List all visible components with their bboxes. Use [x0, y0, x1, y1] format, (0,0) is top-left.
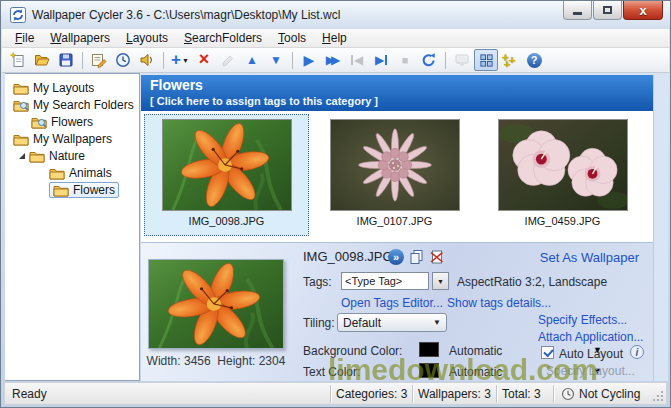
delete-button[interactable]: ×: [192, 49, 216, 71]
tree-label: Flowers: [73, 183, 115, 197]
cycle-next-button[interactable]: ▶: [369, 49, 393, 71]
cycle-play-button[interactable]: ▶: [297, 49, 321, 71]
expand-chevron-button[interactable]: »: [388, 249, 404, 265]
folder-icon: [13, 133, 29, 146]
resize-grip[interactable]: [652, 390, 664, 402]
sound-button[interactable]: [135, 49, 159, 71]
copy-icon[interactable]: [409, 249, 425, 265]
tree-label: My Search Folders: [33, 98, 134, 112]
thumbnail-area: IMG_0098.JPG: [141, 111, 653, 242]
thumbnail-filename: IMG_0098.JPG: [145, 215, 308, 227]
up-arrow-icon: ▲: [246, 54, 258, 66]
background-color-value: Automatic: [449, 344, 502, 358]
sidebar-item-animals[interactable]: Animals: [5, 165, 112, 181]
menu-searchfolders[interactable]: SearchFolders: [176, 29, 270, 47]
cycle-fast-forward-button[interactable]: ▶▶: [321, 49, 345, 71]
set-as-wallpaper-link[interactable]: Set As Wallpaper: [540, 250, 639, 265]
help-icon: ?: [527, 53, 542, 68]
auto-layout-checkbox[interactable]: [541, 346, 554, 359]
attach-application-link[interactable]: Attach Application...: [538, 330, 643, 344]
category-header: Flowers [ Click here to assign tags to t…: [141, 75, 657, 111]
window-title: Wallpaper Cycler 3.6 - C:\Users\magr\Des…: [32, 8, 340, 22]
text-color-value: Automatic: [449, 365, 502, 379]
sidebar-item-my-search-folders[interactable]: My Search Folders: [5, 97, 134, 113]
help-button[interactable]: ?: [522, 49, 546, 71]
tags-dropdown-button[interactable]: ▼: [432, 272, 449, 290]
add-icon: +: [171, 51, 181, 68]
image-width: Width: 3456: [147, 354, 211, 368]
tiling-label: Tiling:: [303, 316, 335, 330]
tags-input[interactable]: <Type Tag>: [341, 272, 429, 290]
menu-file[interactable]: File: [7, 29, 42, 47]
info-icon[interactable]: i: [630, 345, 644, 359]
tree-label: My Wallpapers: [33, 132, 112, 146]
move-down-button[interactable]: ▼: [264, 49, 288, 71]
skip-next-icon: [385, 55, 387, 65]
open-file-button[interactable]: [30, 49, 54, 71]
chevron-down-icon: ▼: [182, 57, 189, 64]
tree-label: Nature: [49, 149, 85, 163]
skip-next-icon: ▶: [375, 54, 384, 66]
menu-layouts[interactable]: Layouts: [118, 29, 176, 47]
status-ready: Ready: [12, 387, 47, 401]
refresh-button[interactable]: [417, 49, 441, 71]
app-window: Wallpaper Cycler 3.6 - C:\Users\magr\Des…: [0, 0, 671, 408]
history-clock-button[interactable]: [111, 49, 135, 71]
category-title: Flowers: [150, 77, 203, 93]
refresh-icon: [421, 52, 437, 68]
title-bar: Wallpaper Cycler 3.6 - C:\Users\magr\Des…: [1, 1, 670, 29]
image-height: Height: 2304: [217, 354, 285, 368]
add-wallpaper-button[interactable]: +▼: [168, 49, 192, 71]
show-tags-details-link[interactable]: Show tags details...: [447, 296, 551, 310]
assign-tags-link[interactable]: [ Click here to assign tags to this cate…: [150, 95, 378, 107]
status-categories: Categories: 3: [336, 387, 407, 401]
sidebar-item-my-layouts[interactable]: My Layouts: [5, 80, 94, 96]
skip-back-icon: ◀: [354, 54, 363, 66]
thumbnail-view-button[interactable]: [474, 49, 498, 71]
thumbnail-img-0107[interactable]: IMG_0107.JPG: [312, 114, 477, 236]
new-file-button[interactable]: [6, 49, 30, 71]
new-file-icon: [10, 52, 26, 68]
sidebar-item-nature[interactable]: Nature: [5, 148, 85, 164]
background-color-swatch[interactable]: [419, 342, 439, 357]
thumbnail-img-0459[interactable]: IMG_0459.JPG: [480, 114, 645, 236]
text-color-label: Text Color:: [303, 365, 360, 379]
edit-button: [216, 49, 240, 71]
menu-bar: File Wallpapers Layouts SearchFolders To…: [2, 29, 669, 48]
menu-tools[interactable]: Tools: [270, 29, 314, 47]
move-up-button[interactable]: ▲: [240, 49, 264, 71]
tags-plus-icon: + + +: [502, 52, 518, 68]
properties-button[interactable]: [87, 49, 111, 71]
chevron-down-icon: ▼: [433, 318, 441, 327]
toolbar-separator: [82, 52, 83, 69]
thumbnail-filename: IMG_0107.JPG: [313, 215, 476, 227]
maximize-button[interactable]: [593, 1, 622, 20]
add-tags-button[interactable]: + + +: [498, 49, 522, 71]
minimize-button[interactable]: [563, 1, 592, 20]
tiling-select[interactable]: Default ▼: [337, 313, 447, 332]
search-folder-icon: [31, 116, 47, 129]
menu-wallpapers[interactable]: Wallpapers: [42, 29, 118, 47]
status-cycling: Not Cycling: [579, 387, 640, 401]
thumbnail-grid-icon: [479, 53, 494, 68]
down-arrow-icon: ▼: [270, 54, 282, 66]
right-gutter: [653, 75, 668, 381]
details-panel: Width: 3456 Height: 2304 IMG_0098.JPG » …: [141, 242, 653, 381]
remove-tag-icon[interactable]: [429, 249, 445, 265]
sidebar-item-search-flowers[interactable]: Flowers: [5, 114, 93, 130]
category-tree: My Layouts My Search Folders Flowers: [5, 73, 140, 381]
menu-help[interactable]: Help: [314, 29, 355, 47]
save-button[interactable]: [54, 49, 78, 71]
status-separator: [412, 385, 413, 403]
folder-icon: [53, 184, 69, 197]
tree-expander-icon[interactable]: [18, 152, 26, 160]
open-tags-editor-link[interactable]: Open Tags Editor...: [341, 296, 443, 310]
toolbar-separator: [445, 52, 446, 69]
monitor-button: [450, 49, 474, 71]
text-color-swatch[interactable]: [419, 363, 439, 378]
sidebar-item-my-wallpapers[interactable]: My Wallpapers: [5, 131, 112, 147]
thumbnail-img-0098[interactable]: IMG_0098.JPG: [144, 114, 309, 236]
close-button[interactable]: x: [623, 1, 663, 20]
specify-effects-link[interactable]: Specify Effects...: [538, 313, 627, 327]
sidebar-item-flowers[interactable]: Flowers: [5, 182, 119, 198]
